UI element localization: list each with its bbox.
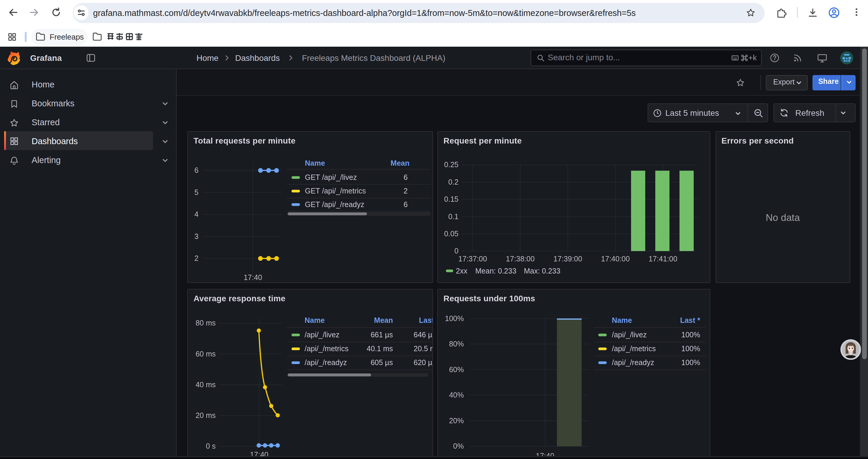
svg-text:2xx: 2xx: [456, 266, 467, 275]
svg-text:/api/_/readyz: /api/_/readyz: [305, 358, 347, 366]
svg-text:/api/_/readyz: /api/_/readyz: [612, 358, 654, 366]
svg-text:20%: 20%: [449, 416, 464, 424]
svg-text:40%: 40%: [449, 391, 464, 399]
svg-text:0.15: 0.15: [444, 195, 459, 203]
svg-text:2: 2: [194, 254, 198, 262]
svg-text:Name: Name: [612, 316, 632, 324]
svg-text:646 µ: 646 µ: [414, 330, 432, 338]
svg-text:100%: 100%: [445, 314, 464, 322]
svg-text:Name: Name: [305, 316, 325, 324]
svg-text:/api/_/metrics: /api/_/metrics: [305, 344, 349, 352]
svg-text:60%: 60%: [449, 365, 464, 373]
svg-text:4: 4: [194, 210, 198, 218]
svg-text:6: 6: [404, 173, 408, 181]
svg-text:620 µ: 620 µ: [414, 358, 432, 366]
svg-text:20.5 m: 20.5 m: [414, 344, 433, 352]
svg-text:17:37:00: 17:37:00: [458, 254, 487, 263]
svg-text:/api/_/livez: /api/_/livez: [612, 330, 647, 338]
svg-text:Max: 0.233: Max: 0.233: [524, 266, 560, 275]
svg-text:17:40:00: 17:40:00: [601, 254, 629, 263]
svg-text:2: 2: [404, 186, 408, 195]
svg-text:Last *: Last *: [419, 316, 433, 324]
svg-text:GET /api/_/readyz: GET /api/_/readyz: [305, 200, 364, 208]
svg-text:605 µs: 605 µs: [370, 358, 393, 366]
svg-text:6: 6: [194, 166, 198, 174]
svg-text:80 ms: 80 ms: [195, 319, 216, 327]
svg-text:/api/_/metrics: /api/_/metrics: [612, 344, 656, 352]
svg-text:/api/_/livez: /api/_/livez: [305, 330, 339, 338]
svg-text:0.25: 0.25: [444, 160, 459, 168]
svg-text:17:39:00: 17:39:00: [553, 254, 582, 263]
svg-text:40 ms: 40 ms: [195, 380, 216, 388]
svg-text:17:41:00: 17:41:00: [649, 254, 677, 263]
svg-text:0.2: 0.2: [448, 177, 459, 186]
svg-text:5: 5: [194, 188, 198, 196]
svg-text:60 ms: 60 ms: [195, 350, 216, 358]
svg-text:Mean: Mean: [374, 316, 393, 324]
svg-text:661 µs: 661 µs: [370, 330, 393, 338]
svg-text:0%: 0%: [453, 441, 464, 450]
svg-text:80%: 80%: [449, 339, 464, 348]
svg-text:17:40: 17:40: [244, 273, 262, 281]
svg-text:0.1: 0.1: [448, 212, 459, 220]
svg-text:0: 0: [454, 246, 459, 255]
svg-text:20 ms: 20 ms: [195, 411, 216, 419]
svg-text:Mean: Mean: [391, 159, 409, 167]
svg-text:Last *: Last *: [680, 316, 700, 324]
svg-text:GET /api/_/metrics: GET /api/_/metrics: [305, 186, 366, 195]
svg-text:40.1 ms: 40.1 ms: [367, 344, 393, 352]
svg-text:3: 3: [194, 232, 198, 240]
svg-text:GET /api/_/livez: GET /api/_/livez: [305, 173, 357, 181]
svg-text:17:38:00: 17:38:00: [506, 254, 534, 263]
svg-text:0 s: 0 s: [206, 441, 216, 450]
svg-text:6: 6: [404, 200, 408, 208]
svg-text:100%: 100%: [681, 358, 700, 366]
svg-text:100%: 100%: [681, 330, 700, 338]
svg-text:0.05: 0.05: [444, 229, 459, 237]
svg-text:100%: 100%: [681, 344, 700, 352]
svg-text:Mean: 0.233: Mean: 0.233: [475, 266, 517, 275]
svg-text:Name: Name: [305, 159, 325, 167]
